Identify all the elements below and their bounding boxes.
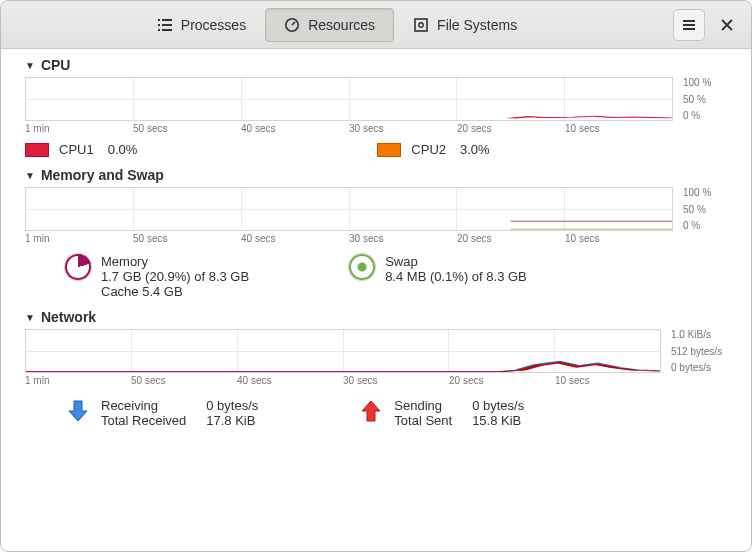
sending-item: Sending 0 bytes/s Total Sent 15.8 KiB — [358, 398, 524, 428]
expand-icon: ▼ — [25, 170, 35, 181]
network-chart — [25, 329, 661, 373]
receiving-item: Receiving 0 bytes/s Total Received 17.8 … — [65, 398, 258, 428]
content-area: ▼ CPU 100 % 50 % 0 % 1 min 50 secs 40 se… — [1, 49, 751, 450]
titlebar: Processes Resources File Systems — [1, 1, 751, 49]
window-controls — [673, 9, 743, 41]
svg-rect-10 — [683, 20, 695, 22]
svg-line-7 — [292, 22, 295, 25]
swap-item: Swap 8.4 MB (0.1%) of 8.3 GB — [349, 254, 527, 299]
svg-rect-12 — [683, 28, 695, 30]
cpu1-swatch — [25, 143, 49, 157]
svg-rect-5 — [162, 29, 172, 31]
upload-arrow-icon — [358, 398, 384, 427]
memory-item: Memory 1.7 GB (20.9%) of 8.3 GB Cache 5.… — [65, 254, 249, 299]
tab-processes[interactable]: Processes — [138, 8, 265, 42]
close-icon — [721, 19, 733, 31]
memory-pie-icon — [65, 254, 91, 280]
memory-label: Memory — [101, 254, 249, 269]
disk-icon — [413, 17, 429, 33]
network-legend: Receiving 0 bytes/s Total Received 17.8 … — [25, 398, 727, 428]
memory-xlabels: 1 min 50 secs 40 secs 30 secs 20 secs 10… — [25, 231, 727, 250]
send-label: Sending — [394, 398, 452, 413]
cpu-ylabels: 100 % 50 % 0 % — [679, 77, 727, 121]
cpu-section: ▼ CPU 100 % 50 % 0 % 1 min 50 secs 40 se… — [25, 57, 727, 157]
network-xlabels: 1 min 50 secs 40 secs 30 secs 20 secs 10… — [25, 373, 727, 392]
svg-rect-3 — [162, 24, 172, 26]
tab-label: File Systems — [437, 17, 517, 33]
swap-value: 8.4 MB (0.1%) of 8.3 GB — [385, 269, 527, 284]
cpu1-legend: CPU1 0.0% — [25, 142, 137, 157]
section-title: Memory and Swap — [41, 167, 164, 183]
cpu-header[interactable]: ▼ CPU — [25, 57, 727, 73]
svg-rect-2 — [158, 24, 160, 26]
svg-point-9 — [419, 22, 423, 26]
expand-icon: ▼ — [25, 312, 35, 323]
recv-total: 17.8 KiB — [206, 413, 258, 428]
svg-rect-1 — [162, 19, 172, 21]
cpu2-legend: CPU2 3.0% — [377, 142, 489, 157]
swap-label: Swap — [385, 254, 527, 269]
memory-header[interactable]: ▼ Memory and Swap — [25, 167, 727, 183]
memory-value: 1.7 GB (20.9%) of 8.3 GB — [101, 269, 249, 284]
memory-ylabels: 100 % 50 % 0 % — [679, 187, 727, 231]
list-icon — [157, 17, 173, 33]
expand-icon: ▼ — [25, 60, 35, 71]
download-arrow-icon — [65, 398, 91, 427]
svg-rect-0 — [158, 19, 160, 21]
network-section: ▼ Network 1.0 KiB/s 512 bytes/s 0 bytes/… — [25, 309, 727, 428]
cpu-chart — [25, 77, 673, 121]
tab-label: Processes — [181, 17, 246, 33]
tab-filesystems[interactable]: File Systems — [394, 8, 536, 42]
network-header[interactable]: ▼ Network — [25, 309, 727, 325]
memory-cache: Cache 5.4 GB — [101, 284, 249, 299]
send-rate: 0 bytes/s — [472, 398, 524, 413]
network-ylabels: 1.0 KiB/s 512 bytes/s 0 bytes/s — [667, 329, 727, 373]
memory-legend: Memory 1.7 GB (20.9%) of 8.3 GB Cache 5.… — [25, 254, 727, 299]
view-tabs: Processes Resources File Systems — [1, 8, 673, 42]
svg-rect-4 — [158, 29, 160, 31]
tab-label: Resources — [308, 17, 375, 33]
memory-section: ▼ Memory and Swap 100 % 50 % 0 % 1 min 5… — [25, 167, 727, 299]
speedometer-icon — [284, 17, 300, 33]
recv-label: Receiving — [101, 398, 186, 413]
memory-chart — [25, 187, 673, 231]
send-total: 15.8 KiB — [472, 413, 524, 428]
cpu2-swatch — [377, 143, 401, 157]
send-total-label: Total Sent — [394, 413, 452, 428]
cpu-legend: CPU1 0.0% CPU2 3.0% — [25, 142, 727, 157]
svg-rect-11 — [683, 24, 695, 26]
recv-total-label: Total Received — [101, 413, 186, 428]
cpu1-value: 0.0% — [108, 142, 138, 157]
cpu-xlabels: 1 min 50 secs 40 secs 30 secs 20 secs 10… — [25, 121, 727, 140]
section-title: CPU — [41, 57, 71, 73]
close-button[interactable] — [711, 9, 743, 41]
cpu2-label: CPU2 — [411, 142, 446, 157]
cpu2-value: 3.0% — [460, 142, 490, 157]
cpu1-label: CPU1 — [59, 142, 94, 157]
tab-resources[interactable]: Resources — [265, 8, 394, 42]
hamburger-icon — [682, 18, 696, 32]
svg-rect-8 — [415, 19, 427, 31]
hamburger-menu-button[interactable] — [673, 9, 705, 41]
swap-pie-icon — [349, 254, 375, 280]
section-title: Network — [41, 309, 96, 325]
recv-rate: 0 bytes/s — [206, 398, 258, 413]
